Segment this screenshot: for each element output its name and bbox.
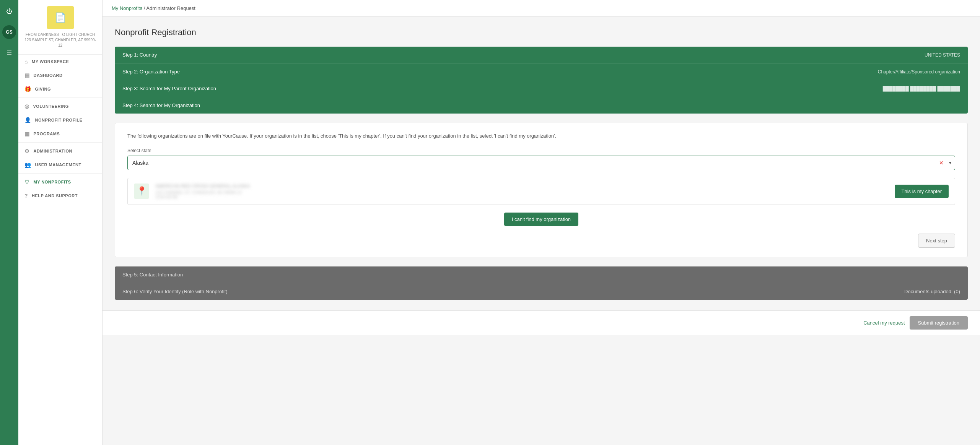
sidebar-item-label: USER MANAGEMENT [35, 162, 81, 167]
org-result-row: 📍 AMERICAN RED CROSS GENERAL ALASKA 123 … [127, 178, 955, 205]
submit-button[interactable]: Submit registration [910, 316, 968, 330]
sidebar-item-user-management[interactable]: 👥USER MANAGEMENT [18, 158, 102, 172]
nonprofit-profile-icon: 👤 [24, 117, 31, 123]
step-row: Step 1: CountryUNITED STATES [115, 47, 968, 63]
bottom-bar: Cancel my request Submit registration [103, 310, 980, 335]
sidebar-item-nonprofit-profile[interactable]: 👤NONPROFIT PROFILE [18, 113, 102, 127]
sidebar-item-label: MY WORKSPACE [32, 59, 69, 64]
avatar-icon[interactable]: GS [2, 25, 16, 39]
sidebar-item-label: VOLUNTEERING [33, 104, 69, 109]
nav-items: ⌂MY WORKSPACE▤DASHBOARD🎁GIVING◎VOLUNTEER… [18, 55, 102, 203]
org-result-extra: 1234-56780 [155, 195, 895, 199]
sidebar-item-my-nonprofits[interactable]: ♡MY NONPROFITS [18, 175, 102, 189]
active-steps-panel: Step 1: CountryUNITED STATESStep 2: Orga… [115, 47, 968, 114]
org-logo: 📄 [47, 6, 74, 29]
breadcrumb-current: Administrator Request [146, 5, 195, 11]
disabled-step-value: Documents uploaded: (0) [904, 289, 960, 294]
nav-divider [18, 97, 102, 98]
state-select-wrapper: AlaskaAlabamaArizonaArkansasCaliforniaCo… [127, 156, 955, 170]
org-name: FROM DARKNESS TO LIGHT CHURCH [26, 32, 95, 37]
sidebar-item-label: ADMINISTRATION [34, 149, 73, 153]
next-step-row: Next step [127, 234, 955, 248]
volunteering-icon: ◎ [24, 103, 29, 109]
disabled-step-label: Step 6: Verify Your Identity (Role with … [122, 289, 228, 294]
giving-icon: 🎁 [24, 86, 31, 92]
step-row: Step 2: Organization TypeChapter/Affilia… [115, 63, 968, 80]
programs-icon: ▦ [24, 131, 30, 137]
sidebar-item-volunteering[interactable]: ◎VOLUNTEERING [18, 99, 102, 113]
sidebar-item-label: NONPROFIT PROFILE [35, 118, 83, 122]
form-section: The following organizations are on file … [115, 123, 968, 257]
menu-icon[interactable]: ☰ [2, 46, 16, 60]
page-body: Nonprofit Registration Step 1: CountryUN… [103, 17, 980, 310]
step-row: Step 3: Search for My Parent Organizatio… [115, 80, 968, 97]
breadcrumb: My Nonprofits / Administrator Request [103, 0, 980, 17]
user-management-icon: 👥 [24, 162, 31, 168]
cant-find-button[interactable]: I can't find my organization [504, 213, 578, 226]
step-label: Step 4: Search for My Organization [122, 102, 200, 108]
sidebar-item-label: DASHBOARD [34, 73, 63, 78]
chevron-down-icon: ▾ [949, 160, 951, 166]
state-label: Select state [127, 148, 955, 153]
next-step-button[interactable]: Next step [918, 234, 955, 248]
sidebar-item-administration[interactable]: ⚙ADMINISTRATION [18, 144, 102, 158]
help-and-support-icon: ? [24, 193, 28, 199]
sidebar-item-programs[interactable]: ▦PROGRAMS [18, 127, 102, 141]
administration-icon: ⚙ [24, 148, 30, 154]
page-title: Nonprofit Registration [115, 28, 968, 37]
dashboard-icon: ▤ [24, 72, 30, 78]
sidebar-item-label: HELP AND SUPPORT [32, 193, 78, 198]
state-select[interactable]: AlaskaAlabamaArizonaArkansasCaliforniaCo… [127, 156, 955, 170]
this-is-chapter-button[interactable]: This is my chapter [895, 185, 949, 198]
sidebar-item-giving[interactable]: 🎁GIVING [18, 82, 102, 96]
org-section: 📄 FROM DARKNESS TO LIGHT CHURCH 123 SAMP… [18, 0, 102, 55]
main-content: My Nonprofits / Administrator Request No… [103, 0, 980, 445]
sidebar-icon-rail: ⏻ GS ☰ [0, 0, 18, 445]
org-result-info: AMERICAN RED CROSS GENERAL ALASKA 123 CH… [155, 184, 895, 199]
my-workspace-icon: ⌂ [24, 58, 28, 65]
step-value: ████████ ████████ ███████ [883, 86, 960, 91]
power-icon[interactable]: ⏻ [2, 5, 16, 18]
org-address: 123 SAMPLE ST, CHANDLER, AZ 99999-12 [23, 37, 98, 48]
org-result-logo: 📍 [134, 184, 149, 199]
step-row: Step 4: Search for My Organization [115, 97, 968, 114]
sidebar-item-label: MY NONPROFITS [34, 180, 71, 184]
form-description: The following organizations are on file … [127, 132, 955, 140]
sidebar-item-my-workspace[interactable]: ⌂MY WORKSPACE [18, 55, 102, 68]
cancel-button[interactable]: Cancel my request [863, 320, 905, 326]
sidebar-item-label: GIVING [35, 87, 51, 91]
disabled-steps-panel: Step 5: Contact InformationStep 6: Verif… [115, 266, 968, 300]
step-value: UNITED STATES [925, 52, 960, 58]
disabled-step-row: Step 5: Contact Information [115, 266, 968, 283]
nav-divider [18, 173, 102, 174]
step-label: Step 2: Organization Type [122, 69, 180, 75]
sidebar-nav: 📄 FROM DARKNESS TO LIGHT CHURCH 123 SAMP… [18, 0, 103, 445]
disabled-step-label: Step 5: Contact Information [122, 272, 183, 278]
clear-icon[interactable]: ✕ [939, 160, 944, 166]
sidebar-item-help-and-support[interactable]: ?HELP AND SUPPORT [18, 189, 102, 203]
my-nonprofits-icon: ♡ [24, 179, 30, 185]
sidebar-item-label: PROGRAMS [34, 132, 60, 136]
nav-divider [18, 142, 102, 143]
step-label: Step 3: Search for My Parent Organizatio… [122, 86, 216, 91]
sidebar-item-dashboard[interactable]: ▤DASHBOARD [18, 68, 102, 82]
org-result-address: 123 CHANNEL ST, CHANDLER, AK 99999-12 [155, 190, 895, 195]
step-label: Step 1: Country [122, 52, 157, 58]
org-result-name: AMERICAN RED CROSS GENERAL ALASKA [155, 184, 895, 189]
disabled-step-row: Step 6: Verify Your Identity (Role with … [115, 283, 968, 300]
breadcrumb-parent[interactable]: My Nonprofits [112, 5, 142, 11]
step-value: Chapter/Affiliate/Sponsored organization [878, 69, 960, 75]
